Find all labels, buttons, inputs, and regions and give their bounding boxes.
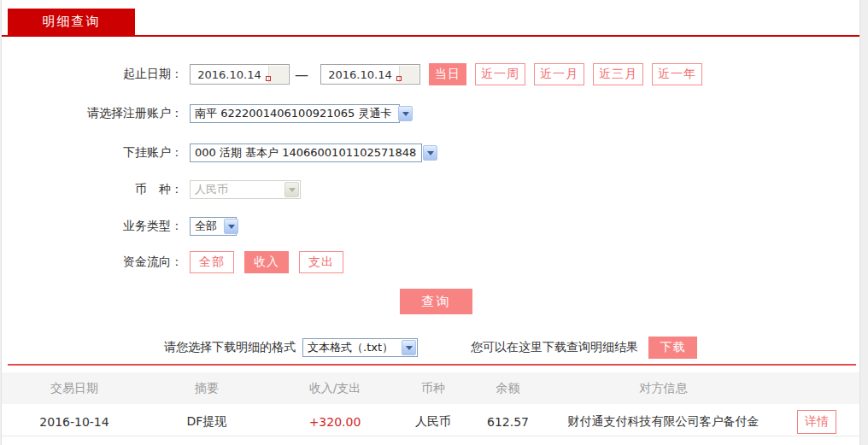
business-type-row: 业务类型： 全部 [2, 214, 237, 238]
chevron-down-icon[interactable] [398, 106, 413, 121]
start-date-input[interactable]: 2016.10.14 [190, 64, 290, 85]
fund-flow-row: 资金流向： 全部 收入 支出 [2, 250, 343, 274]
cell-trade-date: 2016-10-14 [2, 415, 147, 429]
fund-flow-label: 资金流向： [2, 255, 183, 270]
cell-currency: 人民币 [403, 414, 463, 430]
header-summary: 摘要 [147, 381, 267, 396]
detail-button[interactable]: 详情 [797, 410, 836, 434]
download-format-select[interactable]: 文本格式（.txt） [302, 338, 418, 357]
currency-select: 人民币 [190, 180, 301, 199]
currency-label: 币 种： [2, 182, 183, 197]
table-separator [8, 364, 856, 366]
sub-account-row: 下挂账户： 000 活期 基本户 1406600101102571848 [2, 141, 422, 165]
table-header: 交易日期 摘要 收入/支出 币种 余额 对方信息 [2, 372, 859, 404]
quick-range-today-button[interactable]: 当日 [429, 63, 466, 85]
cell-counterparty: 财付通支付科技有限公司客户备付金 [553, 414, 774, 430]
business-type-value: 全部 [195, 219, 217, 234]
register-account-select[interactable]: 南平 6222001406100921065 灵通卡 [190, 104, 400, 123]
currency-value: 人民币 [195, 182, 228, 197]
quick-range-month-button[interactable]: 近一月 [534, 63, 584, 85]
date-range-label: 起止日期： [2, 67, 183, 82]
header-income-expense: 收入/支出 [267, 381, 403, 396]
end-date-value: 2016.10.14 [321, 68, 399, 81]
cell-summary: DF提现 [147, 414, 267, 430]
cell-action: 详情 [774, 410, 859, 434]
table-row: 2016-10-14 DF提现 +320.00 人民币 612.57 财付通支付… [2, 407, 859, 436]
business-type-label: 业务类型： [2, 219, 183, 234]
download-row: 请您选择下载明细的格式 文本格式（.txt） 您可以在这里下载查询明细结果 下载 [164, 337, 697, 359]
calendar-icon[interactable] [399, 66, 419, 83]
sub-account-select[interactable]: 000 活期 基本户 1406600101102571848 [190, 143, 422, 162]
query-button[interactable]: 查询 [400, 289, 472, 314]
cell-balance: 612.57 [463, 415, 553, 429]
fund-flow-income-button[interactable]: 收入 [244, 251, 289, 273]
download-format-value: 文本格式（.txt） [308, 340, 393, 355]
tab-detail-query[interactable]: 明细查询 [8, 9, 135, 35]
chevron-down-icon[interactable] [224, 219, 238, 234]
chevron-down-icon[interactable] [402, 340, 416, 355]
header-trade-date: 交易日期 [2, 381, 147, 396]
quick-range-quarter-button[interactable]: 近三月 [593, 63, 643, 85]
end-date-input[interactable]: 2016.10.14 [320, 64, 420, 85]
header-currency: 币种 [403, 381, 463, 396]
chevron-down-icon[interactable] [423, 145, 437, 161]
start-date-value: 2016.10.14 [191, 68, 268, 81]
download-button[interactable]: 下载 [648, 337, 697, 359]
sub-account-value: 000 活期 基本户 1406600101102571848 [195, 145, 416, 161]
quick-range-week-button[interactable]: 近一周 [475, 63, 525, 85]
header-balance: 余额 [463, 381, 553, 396]
register-account-row: 请选择注册账户： 南平 6222001406100921065 灵通卡 [2, 102, 400, 126]
sub-account-label: 下挂账户： [2, 145, 183, 161]
quick-range-year-button[interactable]: 近一年 [652, 63, 702, 85]
download-format-label: 请您选择下载明细的格式 [164, 340, 296, 355]
chevron-down-icon [284, 182, 299, 197]
date-range-row: 起止日期： 2016.10.14 — 2016.10.14 当日 近一周 近一月… [2, 62, 702, 86]
currency-row: 币 种： 人民币 [2, 178, 301, 202]
date-range-dash: — [295, 67, 308, 83]
cell-amount: +320.00 [267, 415, 403, 429]
register-account-label: 请选择注册账户： [2, 106, 183, 121]
tab-label: 明细查询 [43, 14, 101, 30]
tab-underline [2, 35, 859, 37]
header-counterparty: 对方信息 [553, 381, 774, 396]
register-account-value: 南平 6222001406100921065 灵通卡 [195, 106, 391, 121]
page-panel: 明细查询 起止日期： 2016.10.14 — 2016.10.14 当日 近一… [1, 0, 860, 445]
fund-flow-all-button[interactable]: 全部 [190, 251, 234, 273]
calendar-icon[interactable] [268, 66, 288, 83]
fund-flow-expense-button[interactable]: 支出 [299, 251, 343, 273]
business-type-select[interactable]: 全部 [190, 217, 237, 236]
download-hint: 您可以在这里下载查询明细结果 [471, 340, 638, 355]
